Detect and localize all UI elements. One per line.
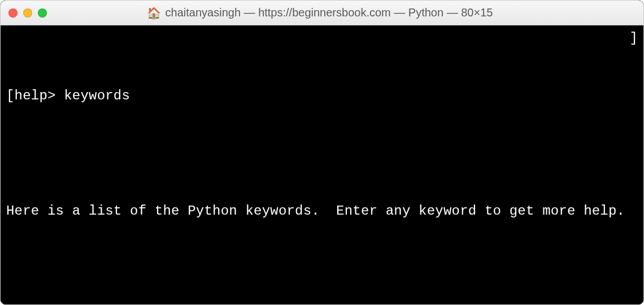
blank-line [6, 259, 638, 278]
prompt-line-1: [help> keywords [6, 86, 638, 106]
window-title-wrap: 🏠 chaitanyasingh — https://beginnersbook… [4, 6, 636, 19]
terminal-window: 🏠 chaitanyasingh — https://beginnersbook… [0, 0, 644, 305]
space [56, 86, 64, 106]
prompt-open: [help> [6, 86, 56, 106]
terminal-body[interactable]: ] [help> keywords Here is a list of the … [1, 25, 643, 304]
window-title: chaitanyasingh — https://beginnersbook.c… [166, 6, 493, 19]
right-bracket: ] [629, 29, 638, 48]
blank-line [6, 144, 638, 163]
home-icon: 🏠 [147, 7, 161, 19]
help-message: Here is a list of the Python keywords. E… [6, 202, 638, 221]
command-text: keywords [64, 86, 130, 106]
titlebar: 🏠 chaitanyasingh — https://beginnersbook… [1, 1, 643, 25]
